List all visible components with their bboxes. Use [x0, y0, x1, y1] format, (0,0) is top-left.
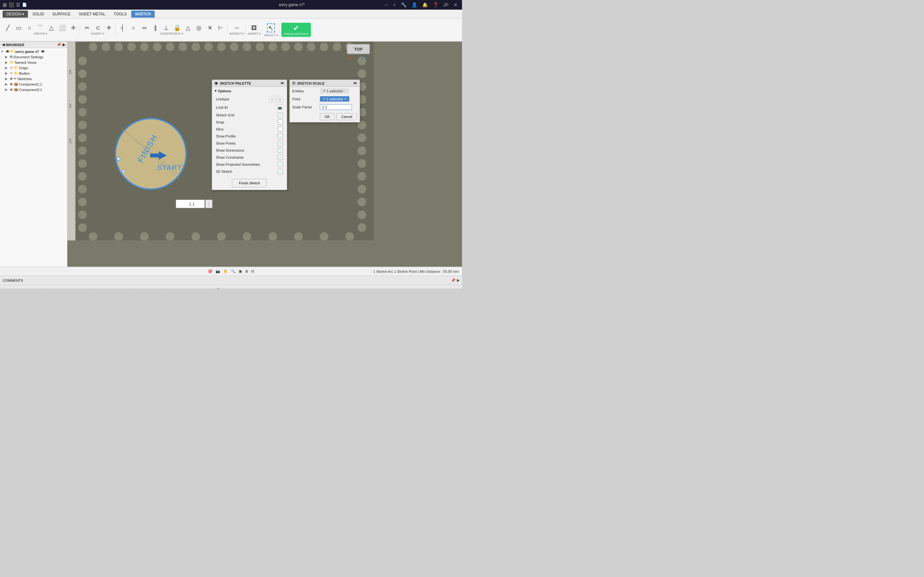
- scale-factor-input[interactable]: [320, 104, 352, 110]
- tree-item-root[interactable]: ▾ 👁 📁 sorry game v7 👁: [0, 49, 67, 54]
- btm-btn-6[interactable]: ⬛: [47, 288, 56, 289]
- show-constraints-checkbox[interactable]: ✓: [278, 155, 283, 160]
- options-section-header[interactable]: ▾ Options: [215, 88, 284, 93]
- show-points-checkbox[interactable]: ✓: [278, 141, 283, 146]
- btm-btn-7[interactable]: ⊞: [57, 288, 64, 289]
- layout-icon[interactable]: ⊟: [251, 269, 254, 274]
- collinear-btn[interactable]: ○: [128, 24, 139, 31]
- user-btn[interactable]: JP: [441, 2, 451, 8]
- slice-checkbox[interactable]: [278, 127, 283, 132]
- profile-btn[interactable]: 👤: [410, 2, 419, 8]
- trim-btn[interactable]: ✂: [82, 24, 92, 31]
- btm-btn-15[interactable]: ⌂: [124, 288, 130, 289]
- btm-btn-21[interactable]: ▣: [178, 288, 186, 289]
- sketch-palette-header[interactable]: ◉ SKETCH PALETTE ≫: [212, 80, 287, 87]
- tree-item-comp1[interactable]: ▶ 👁 📦 Component1:1: [0, 81, 67, 87]
- close-btn[interactable]: ✕: [452, 2, 459, 8]
- lock-btn[interactable]: 🔒: [172, 24, 182, 31]
- notifications-btn[interactable]: 🔔: [420, 2, 430, 8]
- browser-collapse-icon[interactable]: ◀: [2, 43, 5, 47]
- btm-btn-12[interactable]: ◁: [100, 288, 107, 289]
- minimize-btn[interactable]: ─: [383, 2, 390, 8]
- project-btn[interactable]: ⊢: [216, 24, 226, 31]
- show-profile-checkbox[interactable]: ✓: [278, 134, 283, 139]
- sketch-scale-header[interactable]: ⊡ SKETCH SCALE ≫: [290, 80, 360, 87]
- perp-btn[interactable]: ⊥: [161, 24, 171, 31]
- pan-icon[interactable]: ✋: [223, 269, 228, 274]
- symm-btn[interactable]: ✕: [205, 24, 215, 31]
- show-proj-geom-checkbox[interactable]: ✓: [278, 162, 283, 167]
- btm-btn-2[interactable]: ◨: [10, 288, 18, 289]
- btm-btn-1[interactable]: ◫: [2, 288, 9, 289]
- 3d-sketch-checkbox[interactable]: ✓: [278, 169, 283, 174]
- btm-btn-17[interactable]: ⊗: [142, 288, 150, 289]
- arc-tool-btn[interactable]: ⌒: [35, 24, 45, 31]
- parallel-btn[interactable]: ∥: [150, 24, 160, 31]
- ring-btn[interactable]: ◎: [194, 24, 204, 31]
- btm-btn-22[interactable]: ◻: [186, 288, 194, 289]
- coincident-btn[interactable]: ┤: [118, 24, 128, 31]
- extensions-btn[interactable]: 🔧: [399, 2, 409, 8]
- comments-more-icon[interactable]: ▶: [457, 278, 459, 282]
- tree-item-origin[interactable]: ▶ 👁 📁 Origin: [0, 65, 67, 71]
- tree-item-named-views[interactable]: ▶ 📁 Named Views: [0, 60, 67, 65]
- offset-btn[interactable]: ⊂: [93, 24, 103, 31]
- btm-btn-19[interactable]: ⊘: [158, 288, 166, 289]
- snap-checkbox[interactable]: [278, 119, 283, 125]
- btm-btn-3[interactable]: ▣: [19, 288, 26, 289]
- move-tool-btn[interactable]: ✛: [68, 24, 78, 31]
- grid-icon[interactable]: ⊞: [245, 269, 248, 274]
- expand-icon[interactable]: ≫: [280, 81, 284, 85]
- view-tools-icon[interactable]: 📷: [216, 269, 220, 274]
- display-icon[interactable]: ▣: [239, 269, 242, 274]
- move2-btn[interactable]: ✛: [103, 24, 114, 31]
- snap-tools-icon[interactable]: 🎯: [208, 269, 212, 274]
- entities-clear-btn[interactable]: ✕: [344, 89, 347, 93]
- btm-btn-20[interactable]: ▢: [170, 288, 177, 289]
- btm-btn-10[interactable]: ⊠: [81, 288, 89, 289]
- sketch-grid-checkbox[interactable]: ✓: [278, 113, 283, 118]
- btm-btn-16[interactable]: ⊕: [134, 288, 142, 289]
- circle-tool-btn[interactable]: ○: [24, 24, 35, 31]
- tab-sheet-metal[interactable]: SHEET METAL: [75, 11, 109, 18]
- camera-icon[interactable]: 📷: [276, 104, 283, 111]
- select-btn[interactable]: ↖: [266, 23, 276, 33]
- cancel-btn[interactable]: Cancel: [336, 113, 357, 120]
- tree-item-bodies[interactable]: ▶ 👁 📁 Bodies: [0, 71, 67, 76]
- tree-item-doc-settings[interactable]: ▶ ⚙ Document Settings: [0, 54, 67, 60]
- browser-more-icon[interactable]: ▶: [63, 43, 65, 47]
- finish-sketch-palette-btn[interactable]: Finish Sketch: [232, 179, 267, 187]
- zoom-icon[interactable]: 🔍: [231, 269, 236, 274]
- canvas-area[interactable]: 150 200 250: [67, 42, 462, 267]
- btm-btn-13[interactable]: ⬚: [108, 288, 115, 289]
- btm-btn-4[interactable]: ▭: [27, 288, 34, 289]
- tangent-btn[interactable]: ═: [139, 24, 150, 31]
- image-btn[interactable]: 🖼: [249, 24, 259, 31]
- tree-item-comp3[interactable]: ▶ 👁 📦 Component3:1: [0, 87, 67, 92]
- btm-btn-5[interactable]: ▬: [35, 288, 43, 289]
- measure-btn[interactable]: ↔: [232, 24, 242, 31]
- slot-tool-btn[interactable]: ⬜: [57, 24, 67, 31]
- tab-sketch[interactable]: SKETCH: [131, 11, 155, 18]
- tab-solid[interactable]: SOLID: [29, 11, 48, 18]
- show-dimensions-checkbox[interactable]: ✓: [278, 148, 283, 153]
- point-clear-btn[interactable]: ✕: [344, 97, 347, 101]
- linetype-right-icon[interactable]: □: [276, 96, 283, 102]
- expand-icon-2[interactable]: ≫: [353, 81, 357, 85]
- rect-tool-btn[interactable]: ▭: [13, 24, 24, 31]
- settings-icon[interactable]: ⚙: [456, 288, 460, 288]
- finish-sketch-btn[interactable]: ✔ FINISH SKETCH ▾: [281, 23, 311, 37]
- btm-btn-9[interactable]: ⊟: [73, 288, 81, 289]
- browser-pin-icon[interactable]: 📌: [57, 43, 61, 47]
- new-tab-btn[interactable]: +: [391, 2, 397, 8]
- btm-btn-8[interactable]: ↔: [65, 288, 73, 289]
- btm-btn-11[interactable]: ▷: [93, 288, 99, 289]
- tree-item-sketches[interactable]: ▶ 👁 ✏ Sketches: [0, 76, 67, 81]
- help-btn[interactable]: ❓: [431, 2, 440, 8]
- comments-pin-icon[interactable]: 📌: [451, 278, 456, 282]
- tab-surface[interactable]: SURFACE: [48, 11, 74, 18]
- btm-btn-24[interactable]: ⬛: [204, 288, 213, 289]
- equal-btn[interactable]: △: [183, 24, 193, 31]
- btm-btn-18[interactable]: ⊖: [150, 288, 158, 289]
- triangle-tool-btn[interactable]: △: [46, 24, 57, 31]
